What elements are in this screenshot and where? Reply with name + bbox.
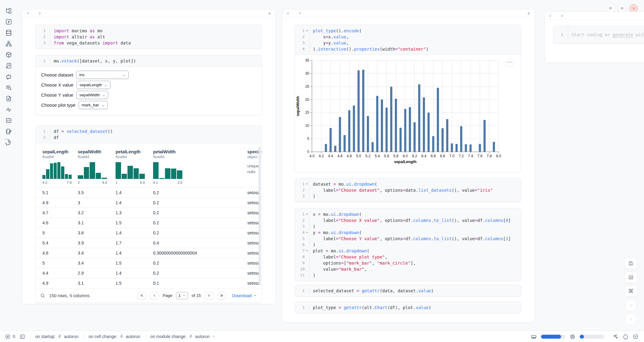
dataframe-scrollbar[interactable]	[259, 146, 261, 285]
code-line[interactable]: 6)	[295, 242, 521, 248]
table-row[interactable]: 4.73.21.30.2setosa	[36, 208, 262, 218]
code-line[interactable]: 2import altair as alt	[36, 34, 262, 40]
code-line[interactable]: 11)	[295, 272, 521, 278]
fold-caret-icon[interactable]	[305, 28, 309, 34]
scroll-icon[interactable]	[5, 62, 12, 69]
activity-icon[interactable]	[5, 106, 12, 113]
xy-plot-dropdown-cell[interactable]: 1x = mo.ui.dropdown(2 label="Choose X va…	[295, 208, 521, 281]
search-icon[interactable]	[40, 293, 45, 298]
code-line[interactable]: 1plot_type = getattr(alt.Chart(df), plot…	[295, 305, 521, 311]
text-search-icon[interactable]	[5, 84, 12, 91]
dataframe-code[interactable]: 1df = selected_dataset()2df	[36, 126, 262, 143]
last-page-button[interactable]	[217, 292, 227, 300]
code-line[interactable]: 10 value="mark_bar",	[295, 266, 521, 272]
fold-caret-icon[interactable]	[305, 211, 309, 217]
on-cell-change-setting[interactable]: on cell change: autorun	[88, 334, 140, 339]
choose-dataset-select[interactable]: iris	[76, 71, 129, 79]
memory-usage-bar[interactable]	[541, 335, 565, 339]
file-text-icon[interactable]	[5, 95, 12, 102]
plot-cell[interactable]: 1plot_type().encode(2 x=x.value,3 y=y.va…	[295, 25, 521, 172]
column-collapse-right-icon[interactable]	[298, 11, 302, 16]
vstack-code[interactable]: 1mo.vstack([dataset, x, y, plot])	[36, 55, 262, 66]
help-chat-icon[interactable]	[5, 139, 12, 146]
run-button[interactable]	[625, 313, 637, 325]
table-row[interactable]: 4.93.11.50.1setosa	[36, 278, 262, 288]
package-icon[interactable]	[5, 51, 12, 58]
code-line[interactable]: 7plot = mo.ui.dropdown(	[295, 248, 521, 254]
plot-type-cell[interactable]: 1plot_type = getattr(alt.Chart(df), plot…	[295, 301, 521, 313]
table-row[interactable]: 5.43.91.70.4setosa	[36, 238, 262, 248]
chart-actions-button[interactable]	[505, 58, 513, 66]
code-line[interactable]: 3 y=y.value,	[295, 40, 521, 46]
code-line[interactable]: 4y = mo.ui.dropdown(	[295, 230, 521, 236]
ai-sparkles-button[interactable]	[613, 334, 618, 340]
scratchpad-icon[interactable]	[5, 128, 12, 135]
column-collapse-left-icon[interactable]	[286, 11, 290, 16]
prev-page-button[interactable]	[150, 292, 159, 300]
add-cell-button[interactable]	[267, 11, 272, 16]
code-line[interactable]: 8 label="Choose plot type",	[295, 254, 521, 260]
layout-toggle-button[interactable]	[624, 272, 638, 283]
code-line[interactable]: 1x = mo.ui.dropdown(	[295, 211, 521, 217]
code-line[interactable]: 4).interactive().properties(width="conta…	[295, 46, 521, 52]
imports-cell[interactable]: 1import marimo as mo2import altair as al…	[35, 25, 262, 49]
fold-caret-icon[interactable]	[305, 230, 309, 236]
code-line[interactable]: 1mo.vstack([dataset, x, y, plot])	[36, 58, 262, 64]
code-line[interactable]: 3from vega_datasets import data	[36, 40, 262, 46]
error-count-indicator[interactable]: 0	[5, 334, 15, 340]
save-button[interactable]	[624, 258, 638, 269]
on-startup-setting[interactable]: on startup: autorun	[35, 334, 79, 339]
code-line[interactable]: 9 options=["mark_bar", "mark_circle"],	[295, 260, 521, 266]
command-palette-button[interactable]: ⌘	[624, 285, 638, 297]
selected-dataset-cell[interactable]: 1selected_dataset = getattr(data, datase…	[295, 285, 521, 297]
file-tree-icon[interactable]	[5, 7, 12, 14]
column-collapse-right-icon[interactable]	[38, 11, 42, 16]
chat-bot-icon[interactable]	[5, 73, 12, 80]
code-placeholder[interactable]: Start coding or generate with AI	[568, 26, 644, 44]
generate-with-ai-link[interactable]: generate	[613, 32, 633, 37]
dataset-dropdown-code[interactable]: 1dataset = mo.ui.dropdown(2 label="Choos…	[295, 178, 521, 202]
table-row[interactable]: 5.13.51.40.2setosa	[36, 187, 262, 198]
selected-dataset-code[interactable]: 1selected_dataset = getattr(data, datase…	[295, 285, 521, 296]
code-line[interactable]: 2 label="Choose X value", options=df.col…	[295, 217, 521, 223]
bar-chart[interactable]: 4.04.24.44.64.85.05.25.45.65.86.06.26.46…	[295, 56, 521, 172]
plot-code[interactable]: 1plot_type().encode(2 x=x.value,3 y=y.va…	[295, 25, 521, 55]
table-row[interactable]: 53.61.40.2setosa	[36, 228, 262, 238]
table-row[interactable]: 53.41.50.2setosa	[36, 258, 262, 268]
fold-caret-icon[interactable]	[305, 181, 309, 187]
code-line[interactable]: 2 label="Choose dataset", options=data.l…	[295, 187, 521, 193]
sitemap-icon[interactable]	[5, 40, 12, 47]
column-collapse-right-icon[interactable]	[560, 14, 564, 18]
package-manager-button[interactable]	[623, 334, 628, 340]
code-line[interactable]: 3)	[295, 193, 521, 199]
column-header[interactable]: sepalLengthfloat644.37.9	[42, 149, 78, 184]
table-row[interactable]: 4.931.40.2setosa	[36, 198, 262, 208]
xy-plot-dropdown-code[interactable]: 1x = mo.ui.dropdown(2 label="Choose X va…	[295, 208, 521, 281]
column-histogram[interactable]	[42, 162, 72, 179]
table-row[interactable]: 4.42.91.40.2setosa	[36, 268, 262, 278]
terminal-button[interactable]	[20, 334, 25, 340]
code-line[interactable]: 1selected_dataset = getattr(data, datase…	[295, 288, 521, 294]
first-page-button[interactable]	[137, 292, 146, 300]
connection-status-icon[interactable]	[633, 334, 639, 340]
cpu-usage-bar[interactable]	[580, 335, 604, 339]
fold-caret-icon[interactable]	[305, 248, 309, 254]
column-collapse-left-icon[interactable]	[26, 11, 30, 16]
column-histogram[interactable]	[78, 162, 107, 179]
download-button[interactable]: Download	[232, 293, 257, 298]
column-header[interactable]: sepalWidthfloat6424.4	[78, 149, 116, 184]
code-line[interactable]: 1import marimo as mo	[36, 28, 262, 34]
next-page-button[interactable]	[205, 292, 214, 300]
choose-x-value-select[interactable]: sepalLength	[77, 81, 111, 89]
code-line[interactable]: 1plot_type().encode(	[295, 28, 521, 34]
column-histogram[interactable]	[153, 162, 182, 179]
database-icon[interactable]	[5, 29, 12, 36]
menu-button[interactable]	[606, 4, 615, 12]
code-line[interactable]: 1df = selected_dataset()	[36, 128, 262, 134]
stop-button[interactable]	[625, 300, 637, 311]
code-line[interactable]: 2 x=x.value,	[295, 34, 521, 40]
plot-type-code[interactable]: 1plot_type = getattr(alt.Chart(df), plot…	[295, 302, 521, 313]
on-module-change-setting[interactable]: on module change: autorun	[150, 334, 215, 339]
code-line[interactable]: 3)	[295, 223, 521, 230]
vstack-cell[interactable]: 1mo.vstack([dataset, x, y, plot]) Choose…	[35, 55, 262, 115]
